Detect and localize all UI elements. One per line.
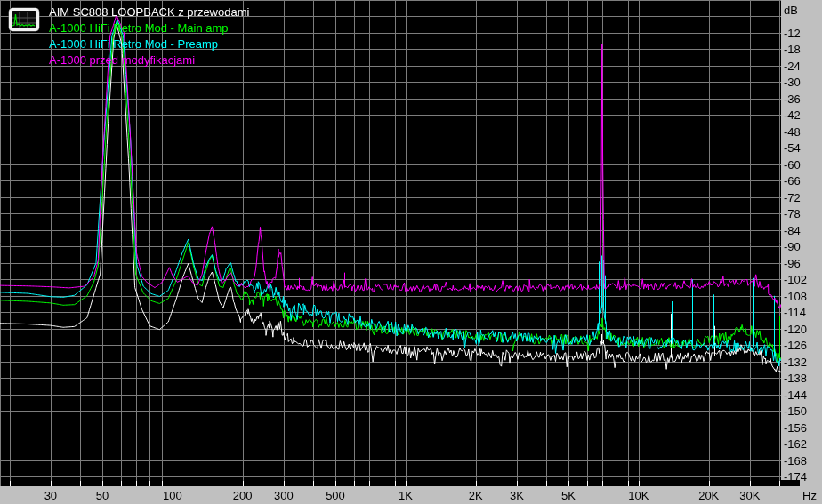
y-axis-label: -150 bbox=[784, 404, 807, 418]
spectrum-thumbnail-icon[interactable] bbox=[7, 6, 41, 36]
y-axis-label: -132 bbox=[784, 356, 807, 369]
y-axis-label: -66 bbox=[784, 174, 801, 188]
legend: AIM SC808 LOOPBACK z przewodamiA-1000 Hi… bbox=[7, 4, 249, 68]
x-axis-label: 1K bbox=[399, 489, 413, 502]
x-axis-label: 500 bbox=[326, 489, 345, 502]
x-axis-label: 30K bbox=[739, 489, 760, 502]
y-axis-label: -30 bbox=[784, 76, 801, 89]
y-axis-label: -144 bbox=[784, 388, 807, 402]
legend-item-4: A-1000 przed modyfikacjami bbox=[49, 52, 249, 68]
x-axis-label: 2K bbox=[469, 489, 483, 502]
y-axis-label: -120 bbox=[784, 323, 807, 336]
x-axis-label: 30 bbox=[44, 489, 57, 502]
x-axis-label: 5K bbox=[561, 489, 576, 502]
y-axis-label: -108 bbox=[784, 290, 807, 303]
y-axis-label: -36 bbox=[784, 92, 801, 106]
y-axis-label: -162 bbox=[784, 437, 807, 451]
y-axis-label: -78 bbox=[784, 207, 801, 220]
y-axis-label: -96 bbox=[784, 257, 801, 270]
y-axis-label: -126 bbox=[784, 339, 807, 352]
x-axis-label: 20K bbox=[698, 489, 719, 502]
legend-item-1: AIM SC808 LOOPBACK z przewodami bbox=[49, 4, 249, 20]
y-axis-label: -12 bbox=[784, 27, 801, 40]
y-axis-label: -54 bbox=[784, 141, 801, 155]
spectrum-analyzer-window: -12-18-24-30-36-42-48-54-60-66-72-78-84-… bbox=[0, 0, 822, 504]
y-axis-label: -84 bbox=[784, 224, 801, 237]
x-axis-label: 3K bbox=[510, 489, 524, 502]
y-axis-label: -48 bbox=[784, 125, 801, 139]
y-axis-label: -18 bbox=[784, 43, 801, 56]
y-axis-label: -60 bbox=[784, 158, 801, 172]
y-axis-label: -42 bbox=[784, 108, 801, 122]
legend-item-2: A-1000 HiFi Retro Mod - Main amp bbox=[49, 20, 249, 36]
y-unit-label: dB bbox=[784, 4, 798, 17]
x-unit-label: Hz bbox=[802, 489, 817, 502]
y-axis-label: -156 bbox=[784, 421, 807, 435]
x-axis-label: 100 bbox=[163, 489, 182, 502]
y-axis-label: -24 bbox=[784, 60, 801, 73]
y-axis-label: -114 bbox=[784, 306, 806, 319]
y-axis-label: -138 bbox=[784, 372, 807, 385]
y-axis-label: -168 bbox=[784, 454, 807, 468]
y-axis-label: -102 bbox=[784, 273, 807, 286]
spectrum-canvas bbox=[0, 0, 822, 504]
legend-item-3: A-1000 HiFi Retro Mod - Preamp bbox=[49, 36, 249, 52]
x-axis-label: 300 bbox=[274, 489, 294, 502]
x-axis-label: 10K bbox=[628, 489, 649, 502]
y-axis-label: -174 bbox=[784, 470, 807, 484]
x-axis-label: 50 bbox=[96, 489, 109, 502]
x-axis-label: 200 bbox=[233, 489, 253, 502]
y-axis-label: -90 bbox=[784, 240, 801, 253]
y-axis-label: -72 bbox=[784, 191, 801, 204]
